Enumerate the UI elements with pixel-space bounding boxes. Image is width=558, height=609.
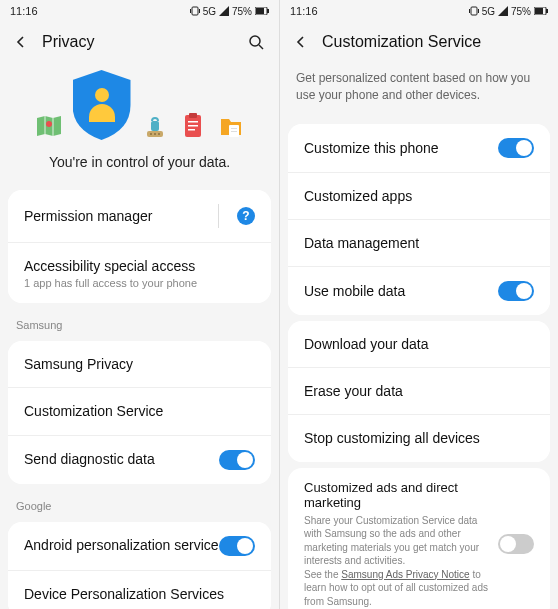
row-label: Customize this phone (304, 139, 498, 157)
ads-body-2a: See the (304, 569, 341, 580)
row-label: Stop customizing all devices (304, 429, 534, 447)
row-send-diagnostic[interactable]: Send diagnostic data (8, 435, 271, 484)
status-net: 5G (482, 6, 495, 17)
screen-customization-service: 11:16 5G 75% Customization Service Get p… (279, 0, 558, 609)
hero-icons (35, 70, 245, 140)
search-icon (248, 34, 264, 50)
ads-body-1: Share your Customization Service data wi… (304, 515, 479, 567)
status-bar: 11:16 5G 75% (280, 0, 558, 22)
header: Privacy (0, 22, 279, 62)
group-samsung: Samsung Privacy Customization Service Se… (8, 341, 271, 483)
row-label: Samsung Privacy (24, 355, 255, 373)
row-download-data[interactable]: Download your data (288, 321, 550, 367)
group-google: Android personalization service Device P… (8, 522, 271, 609)
row-customize-phone[interactable]: Customize this phone (288, 124, 550, 172)
back-button[interactable] (294, 35, 310, 49)
lock-icon (141, 112, 169, 140)
row-customized-ads[interactable]: Customized ads and direct marketing Shar… (288, 468, 550, 609)
toggle-customized-ads[interactable] (498, 534, 534, 554)
row-label: Accessibility special access (24, 257, 195, 275)
status-right: 5G 75% (190, 6, 269, 17)
row-label: Download your data (304, 335, 534, 353)
ads-body: Share your Customization Service data wi… (304, 514, 490, 609)
toggle-send-diagnostic[interactable] (219, 450, 255, 470)
section-label-samsung: Samsung (0, 309, 279, 335)
row-samsung-privacy[interactable]: Samsung Privacy (8, 341, 271, 387)
row-stop-customizing[interactable]: Stop customizing all devices (288, 414, 550, 461)
svg-point-10 (150, 133, 152, 135)
svg-rect-15 (189, 113, 197, 118)
toggle-use-mobile-data[interactable] (498, 281, 534, 301)
group-settings: Customize this phone Customized apps Dat… (288, 124, 550, 315)
shield-icon (73, 70, 131, 140)
status-battery: 75% (232, 6, 252, 17)
chevron-left-icon (294, 35, 308, 49)
row-android-personalization[interactable]: Android personalization service (8, 522, 271, 570)
page-title: Customization Service (322, 33, 544, 51)
divider (218, 204, 219, 228)
content-scroll[interactable]: Permission manager ? Accessibility speci… (0, 184, 279, 609)
back-button[interactable] (14, 35, 30, 49)
chevron-left-icon (14, 35, 28, 49)
status-time: 11:16 (10, 5, 38, 17)
ads-text: Customized ads and direct marketing Shar… (304, 480, 490, 609)
map-icon (35, 112, 63, 140)
row-label: Android personalization service (24, 536, 219, 554)
toggle-customize-phone[interactable] (498, 138, 534, 158)
vibrate-icon (190, 6, 200, 16)
row-label: Customization Service (24, 402, 255, 420)
row-permission-manager[interactable]: Permission manager ? (8, 190, 271, 242)
svg-point-12 (158, 133, 160, 135)
svg-rect-13 (151, 121, 159, 131)
hero-text: You're in control of your data. (49, 154, 230, 170)
row-label: Erase your data (304, 382, 534, 400)
vibrate-icon (469, 6, 479, 16)
row-use-mobile-data[interactable]: Use mobile data (288, 266, 550, 315)
svg-rect-17 (188, 125, 198, 127)
row-sublabel: 1 app has full access to your phone (24, 277, 197, 289)
row-device-personalization[interactable]: Device Personalization Services (8, 570, 271, 609)
clipboard-icon (179, 112, 207, 140)
row-label: Device Personalization Services (24, 585, 255, 603)
svg-rect-4 (256, 8, 264, 14)
svg-rect-27 (546, 9, 548, 13)
row-accessibility[interactable]: Accessibility special access 1 app has f… (8, 242, 271, 303)
signal-icon (219, 6, 229, 16)
svg-point-6 (250, 36, 260, 46)
svg-rect-22 (471, 7, 477, 15)
svg-rect-16 (188, 121, 198, 123)
page-title: Privacy (42, 33, 235, 51)
ads-title: Customized ads and direct marketing (304, 480, 490, 510)
row-customized-apps[interactable]: Customized apps (288, 172, 550, 219)
section-label-google: Google (0, 490, 279, 516)
row-label: Send diagnostic data (24, 450, 219, 468)
group-ads: Customized ads and direct marketing Shar… (288, 468, 550, 609)
row-customization-service[interactable]: Customization Service (8, 387, 271, 434)
status-battery: 75% (511, 6, 531, 17)
battery-icon (255, 7, 269, 15)
row-label: Data management (304, 234, 534, 252)
row-label: Customized apps (304, 187, 534, 205)
row-data-management[interactable]: Data management (288, 219, 550, 266)
info-icon[interactable]: ? (237, 207, 255, 225)
status-bar: 11:16 5G 75% (0, 0, 279, 22)
group-data-actions: Download your data Erase your data Stop … (288, 321, 550, 462)
svg-rect-18 (188, 129, 195, 131)
svg-rect-0 (192, 7, 198, 15)
ads-privacy-link[interactable]: Samsung Ads Privacy Notice (341, 569, 469, 580)
screen-privacy: 11:16 5G 75% Privacy (0, 0, 279, 609)
status-time: 11:16 (290, 5, 318, 17)
row-erase-data[interactable]: Erase your data (288, 367, 550, 414)
svg-rect-21 (231, 131, 237, 132)
svg-rect-26 (535, 8, 543, 14)
header: Customization Service (280, 22, 558, 62)
search-button[interactable] (247, 34, 265, 50)
svg-point-11 (154, 133, 156, 135)
battery-icon (534, 7, 548, 15)
group-main: Permission manager ? Accessibility speci… (8, 190, 271, 303)
svg-point-8 (46, 121, 52, 127)
folder-icon (217, 112, 245, 140)
signal-icon (498, 6, 508, 16)
content-scroll[interactable]: Customize this phone Customized apps Dat… (280, 118, 558, 609)
toggle-android-personalization[interactable] (219, 536, 255, 556)
